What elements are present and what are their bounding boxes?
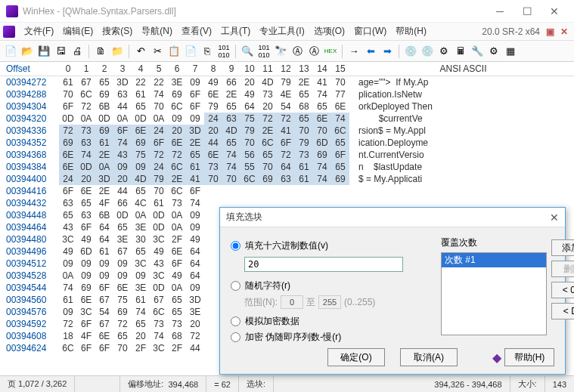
offset-cell: 00394480 bbox=[0, 233, 59, 245]
range-to-input[interactable] bbox=[318, 295, 341, 309]
hex-row[interactable]: 003942726167653D22223E094966204D792E4170… bbox=[0, 76, 574, 88]
findhex-icon[interactable]: 101010 bbox=[256, 44, 271, 59]
ok-button[interactable]: 确定(O) bbox=[327, 348, 385, 366]
range-from-input[interactable] bbox=[281, 295, 303, 309]
opts-icon[interactable]: ⚙ bbox=[486, 44, 501, 59]
open-icon[interactable]: 📂 bbox=[20, 44, 35, 59]
hex-row[interactable]: 003943046F726B4465706C6F796564205468656E… bbox=[0, 100, 574, 113]
menu-window[interactable]: 窗口(W) bbox=[349, 23, 391, 39]
hex-row[interactable]: 003943686E742E43757272656E7456657273696F… bbox=[0, 149, 574, 161]
help-button[interactable]: 帮助(H) bbox=[504, 348, 554, 366]
bytes-cell[interactable]: 24203D204D792E4170706C6963617469 bbox=[59, 173, 352, 185]
status-eq: = 62 bbox=[206, 376, 239, 392]
offset-cell: 00394512 bbox=[0, 258, 59, 270]
bytes-cell[interactable]: 69636174696F6E2E4465706C6F796D65 bbox=[59, 137, 352, 149]
new-icon[interactable]: 📄 bbox=[3, 44, 18, 59]
maximize-button[interactable]: ☐ bbox=[513, 2, 541, 20]
radio-encrypt[interactable] bbox=[231, 332, 240, 342]
ram-icon[interactable]: ▦ bbox=[503, 44, 518, 59]
passes-label: 覆盖次数 bbox=[441, 236, 547, 249]
offset-cell: 00394432 bbox=[0, 197, 59, 209]
back-icon[interactable]: ⬅ bbox=[363, 44, 378, 59]
label-random: 随机字符(r) bbox=[245, 279, 290, 292]
hex-row[interactable]: 003943846E0D0A0909246C617374557064617465… bbox=[0, 161, 574, 173]
findtext-icon[interactable]: Ⓐ bbox=[290, 44, 305, 59]
goto-icon[interactable]: → bbox=[346, 44, 361, 59]
bits-icon[interactable]: 101010 bbox=[216, 44, 231, 59]
range-hint: (0..255) bbox=[344, 297, 375, 307]
menu-pro[interactable]: 专业工具(I) bbox=[255, 23, 309, 39]
print-icon[interactable]: 🖨 bbox=[70, 44, 85, 59]
menu-file[interactable]: 文件(F) bbox=[20, 23, 58, 39]
disk2-icon[interactable]: 💿 bbox=[420, 44, 435, 59]
binoculars-icon[interactable]: 🔭 bbox=[273, 44, 288, 59]
menu-tools[interactable]: 工具(T) bbox=[216, 23, 255, 39]
status-offset: 394,468 bbox=[168, 380, 198, 389]
find-icon[interactable]: 🔍 bbox=[240, 44, 255, 59]
copy-icon[interactable]: 📋 bbox=[166, 44, 182, 59]
copyhex-icon[interactable]: ⎘ bbox=[200, 44, 215, 59]
app-icon-small bbox=[3, 26, 15, 38]
hex-row[interactable]: 003943367273696F6E24203D204D792E4170706C… bbox=[0, 125, 574, 137]
bytes-cell[interactable]: 6E0D0A0909246C617374557064617465 bbox=[59, 161, 352, 173]
bytes-cell[interactable]: 7273696F6E24203D204D792E4170706C bbox=[59, 125, 352, 137]
prop-icon[interactable]: 🗎 bbox=[93, 44, 108, 59]
hex-row[interactable]: 00394288706C69636174696F6E2E49734E657477… bbox=[0, 88, 574, 100]
hex-value-input[interactable] bbox=[244, 257, 403, 272]
title-bar: WinHex - [QWhale.Syntax.Parsers.dll] ─ ☐… bbox=[0, 0, 574, 23]
fwd-icon[interactable]: ➡ bbox=[380, 44, 395, 59]
save-icon[interactable]: 💾 bbox=[36, 44, 51, 59]
ascii-cell bbox=[352, 185, 574, 197]
radio-random[interactable] bbox=[231, 281, 240, 291]
doc-close-icon[interactable]: ✕ bbox=[557, 26, 571, 37]
radio-hex[interactable] bbox=[231, 241, 240, 251]
bytes-cell[interactable]: 6F726B4465706C6F796564205468656E bbox=[59, 100, 352, 113]
add-button[interactable]: 添加(d) bbox=[551, 239, 574, 256]
help-icon: ◆ bbox=[492, 350, 501, 365]
label-simulate: 模拟加密数据 bbox=[245, 315, 299, 328]
0x00-button[interactable]: < 0x00 bbox=[551, 282, 574, 298]
menu-nav[interactable]: 导航(N) bbox=[137, 23, 177, 39]
undo-icon[interactable]: ↶ bbox=[133, 44, 148, 59]
tools-icon[interactable]: 🔧 bbox=[470, 44, 485, 59]
minimize-button[interactable]: ─ bbox=[486, 2, 513, 20]
bytes-cell[interactable]: 6F6E2E4465706C6F bbox=[59, 185, 352, 197]
hex-row[interactable]: 0039440024203D204D792E4170706C6963617469… bbox=[0, 173, 574, 185]
hex-row[interactable]: 0039435269636174696F6E2E4465706C6F796D65… bbox=[0, 137, 574, 149]
disk1-icon[interactable]: 💿 bbox=[403, 44, 418, 59]
menu-options[interactable]: 选项(O) bbox=[309, 23, 349, 39]
calc-icon[interactable]: 🖩 bbox=[453, 44, 468, 59]
hex-row[interactable]: 003943200D0A0D0A0D0A09092463757272656E74… bbox=[0, 113, 574, 125]
bytes-cell[interactable]: 6E742E43757272656E7456657273696F bbox=[59, 149, 352, 161]
pass-item-1[interactable]: 次数 #1 bbox=[442, 253, 546, 267]
delete-button: 删除(l) bbox=[551, 261, 574, 277]
hex-icon[interactable]: HEX bbox=[323, 44, 338, 59]
ascii-cell: age=""> If My.Ap bbox=[352, 76, 574, 88]
paste-icon[interactable]: 📄 bbox=[183, 44, 198, 59]
passes-list[interactable]: 次数 #1 bbox=[441, 252, 547, 335]
bytes-cell[interactable]: 706C69636174696F6E2E49734E657477 bbox=[59, 88, 352, 100]
menu-help[interactable]: 帮助(H) bbox=[391, 23, 431, 39]
folder-icon[interactable]: 📁 bbox=[110, 44, 125, 59]
offset-cell: 00394352 bbox=[0, 137, 59, 149]
tab-close-icon[interactable]: ▣ bbox=[543, 26, 557, 37]
menu-bar: 文件(F) 编辑(E) 搜索(S) 导航(N) 查看(V) 工具(T) 专业工具… bbox=[0, 23, 574, 41]
menu-search[interactable]: 搜索(S) bbox=[98, 23, 137, 39]
findnext-icon[interactable]: Ⓐ bbox=[306, 44, 321, 59]
close-button[interactable]: ✕ bbox=[541, 2, 568, 20]
cancel-button[interactable]: 取消(A) bbox=[400, 348, 458, 366]
dod-button[interactable]: < DoD bbox=[551, 303, 574, 319]
menu-view[interactable]: 查看(V) bbox=[177, 23, 216, 39]
disk3-icon[interactable]: ⚙ bbox=[436, 44, 451, 59]
bytes-cell[interactable]: 0D0A0D0A0D0A09092463757272656E74 bbox=[59, 113, 352, 125]
dialog-close-icon[interactable]: ✕ bbox=[550, 211, 559, 224]
hex-row[interactable]: 003944166F6E2E4465706C6F bbox=[0, 185, 574, 197]
offset-cell: 00394560 bbox=[0, 294, 59, 306]
offset-cell: 00394496 bbox=[0, 245, 59, 258]
status-bar: 页 1,072 / 3,262 偏移地址: 394,468 = 62 选块: 3… bbox=[0, 375, 574, 392]
saveas-icon[interactable]: 🖫 bbox=[53, 44, 68, 59]
menu-edit[interactable]: 编辑(E) bbox=[58, 23, 98, 39]
cut-icon[interactable]: ✂ bbox=[150, 44, 165, 59]
bytes-cell[interactable]: 6167653D22223E094966204D792E4170 bbox=[59, 76, 352, 88]
radio-simulate[interactable] bbox=[231, 316, 240, 326]
